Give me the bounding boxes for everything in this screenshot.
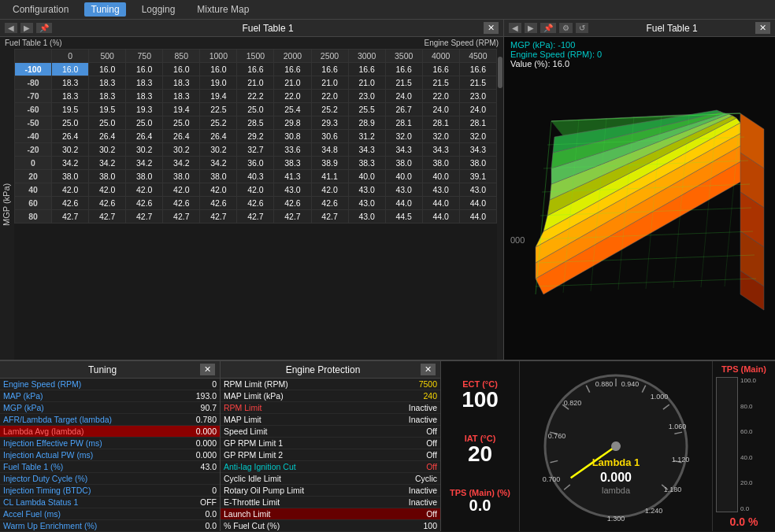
fuel-cell[interactable]: 42.7 [126,210,163,224]
fuel-cell[interactable]: 28.9 [348,116,385,130]
fuel-cell[interactable]: 42.0 [89,183,126,197]
fuel-table-scroll[interactable]: 0500750850100015002000250030003500400045… [14,49,497,360]
fuel-cell[interactable]: 44.0 [422,210,459,224]
fuel-cell[interactable]: 42.6 [52,197,89,210]
fuel-cell[interactable]: 25.0 [89,116,126,130]
fuel-cell[interactable]: 38.0 [459,157,496,170]
fuel-cell[interactable]: 16.6 [274,63,311,76]
fuel-cell[interactable]: 44.0 [385,197,422,210]
fuel-cell[interactable]: 31.2 [348,130,385,143]
fuel-cell[interactable]: 18.3 [163,76,200,90]
fuel-cell[interactable]: 21.0 [237,76,274,90]
fuel-cell[interactable]: 18.3 [52,76,89,90]
fuel-cell[interactable]: 42.7 [274,210,311,224]
row-header-0[interactable]: 0 [15,157,52,170]
fuel-cell[interactable]: 30.2 [89,143,126,157]
fuel-cell[interactable]: 43.0 [274,183,311,197]
fuel-cell[interactable]: 42.6 [126,197,163,210]
fuel-cell[interactable]: 25.0 [163,116,200,130]
chart-pin[interactable]: 📌 [540,23,556,33]
fuel-cell[interactable]: 19.5 [52,103,89,116]
fuel-cell[interactable]: 16.6 [385,63,422,76]
fuel-cell[interactable]: 42.6 [163,197,200,210]
fuel-cell[interactable]: 16.6 [311,63,348,76]
fuel-cell[interactable]: 18.3 [126,90,163,103]
fuel-cell[interactable]: 18.3 [52,90,89,103]
fuel-table-close-btn[interactable]: ✕ [484,22,499,34]
fuel-cell[interactable]: 42.7 [52,210,89,224]
fuel-cell[interactable]: 40.0 [385,170,422,183]
fuel-cell[interactable]: 44.5 [385,210,422,224]
fuel-cell[interactable]: 42.7 [200,210,237,224]
fuel-cell[interactable]: 42.7 [311,210,348,224]
fuel-cell[interactable]: 21.0 [311,76,348,90]
fuel-cell[interactable]: 28.1 [422,116,459,130]
fuel-cell[interactable]: 42.6 [89,197,126,210]
fuel-cell[interactable]: 30.2 [163,143,200,157]
fuel-cell[interactable]: 38.0 [89,170,126,183]
row-header--80[interactable]: -80 [15,76,52,90]
tuning-close-btn[interactable]: ✕ [200,364,215,375]
fuel-cell[interactable]: 21.5 [422,76,459,90]
fuel-cell[interactable]: 22.5 [200,103,237,116]
fuel-cell[interactable]: 42.0 [163,183,200,197]
fuel-cell[interactable]: 40.0 [348,170,385,183]
fuel-cell[interactable]: 29.3 [311,116,348,130]
fuel-cell[interactable]: 26.4 [52,130,89,143]
fuel-cell[interactable]: 16.0 [200,63,237,76]
fuel-cell[interactable]: 21.0 [348,76,385,90]
fuel-cell[interactable]: 30.2 [52,143,89,157]
fuel-cell[interactable]: 34.8 [311,143,348,157]
fuel-cell[interactable]: 43.0 [348,210,385,224]
row-header--100[interactable]: -100 [15,63,52,76]
fuel-cell[interactable]: 26.4 [163,130,200,143]
fuel-cell[interactable]: 34.2 [126,157,163,170]
chart-settings[interactable]: ⚙ [559,23,573,33]
chart-refresh[interactable]: ↺ [576,23,588,33]
chart-nav-prev[interactable]: ◀ [509,23,521,33]
fuel-cell[interactable]: 43.0 [385,183,422,197]
fuel-cell[interactable]: 21.5 [385,76,422,90]
row-header--50[interactable]: -50 [15,116,52,130]
fuel-cell[interactable]: 19.0 [200,76,237,90]
fuel-cell[interactable]: 30.6 [311,130,348,143]
fuel-cell[interactable]: 19.4 [163,103,200,116]
fuel-cell[interactable]: 38.0 [422,157,459,170]
fuel-cell[interactable]: 19.5 [89,103,126,116]
fuel-cell[interactable]: 16.6 [459,63,496,76]
fuel-cell[interactable]: 16.6 [422,63,459,76]
fuel-cell[interactable]: 25.0 [52,116,89,130]
fuel-cell[interactable]: 30.8 [274,130,311,143]
fuel-cell[interactable]: 34.2 [163,157,200,170]
fuel-cell[interactable]: 34.3 [385,143,422,157]
fuel-cell[interactable]: 38.3 [348,157,385,170]
row-header--60[interactable]: -60 [15,103,52,116]
fuel-cell[interactable]: 25.0 [237,103,274,116]
chart-close-btn[interactable]: ✕ [755,22,770,34]
fuel-cell[interactable]: 23.0 [459,90,496,103]
fuel-cell[interactable]: 18.3 [126,76,163,90]
nav-tuning[interactable]: Tuning [84,2,125,17]
fuel-cell[interactable]: 38.0 [126,170,163,183]
fuel-cell[interactable]: 28.1 [459,116,496,130]
fuel-cell[interactable]: 28.1 [385,116,422,130]
row-header--40[interactable]: -40 [15,130,52,143]
fuel-cell[interactable]: 16.6 [237,63,274,76]
fuel-cell[interactable]: 16.0 [52,63,89,76]
fuel-cell[interactable]: 42.7 [89,210,126,224]
fuel-cell[interactable]: 42.7 [237,210,274,224]
fuel-cell[interactable]: 34.3 [459,143,496,157]
fuel-cell[interactable]: 42.0 [237,183,274,197]
fuel-cell[interactable]: 19.4 [200,90,237,103]
fuel-cell[interactable]: 23.0 [348,90,385,103]
fuel-cell[interactable]: 40.0 [422,170,459,183]
fuel-cell[interactable]: 19.3 [126,103,163,116]
fuel-cell[interactable]: 38.9 [311,157,348,170]
fuel-cell[interactable]: 38.0 [52,170,89,183]
fuel-cell[interactable]: 42.7 [163,210,200,224]
nav-prev-btn[interactable]: ◀ [5,23,17,33]
row-header-80[interactable]: 80 [15,210,52,224]
nav-configuration[interactable]: Configuration [6,2,75,17]
fuel-cell[interactable]: 25.2 [311,103,348,116]
fuel-cell[interactable]: 43.0 [459,183,496,197]
